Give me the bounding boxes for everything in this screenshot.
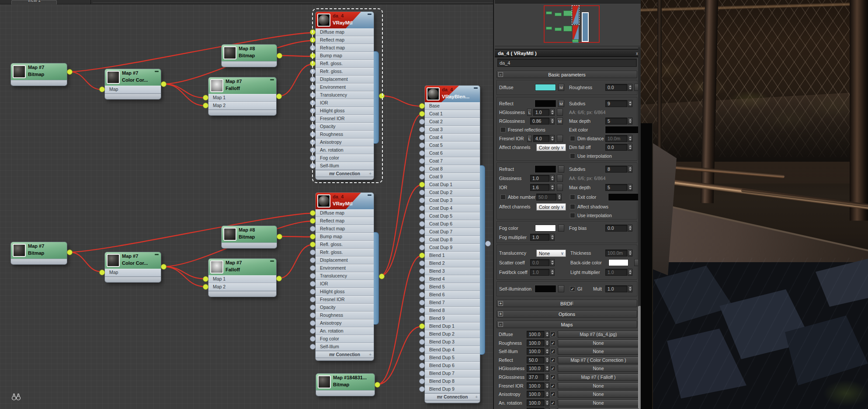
input-slot[interactable]: Blend 5: [425, 283, 480, 291]
mr-connection-slot[interactable]: mr Connection+: [425, 393, 480, 400]
input-slot[interactable]: IOR: [316, 99, 374, 107]
input-socket[interactable]: [419, 221, 425, 227]
checkbox[interactable]: [570, 213, 575, 218]
rollout-toggle-icon[interactable]: +: [498, 301, 503, 306]
output-socket[interactable]: [161, 81, 167, 87]
map-enable-checkbox[interactable]: ✓: [550, 366, 556, 371]
input-socket[interactable]: [310, 344, 316, 350]
spinner-arrows[interactable]: [628, 144, 632, 151]
expand-icon[interactable]: +: [369, 351, 372, 358]
map-enable-checkbox[interactable]: ✓: [550, 332, 556, 337]
value-spinner[interactable]: 1.0: [605, 269, 627, 276]
input-slot[interactable]: Coat Dup 3: [425, 197, 480, 204]
input-slot[interactable]: Coat 2: [425, 118, 480, 126]
value-spinner[interactable]: 100.0m: [605, 250, 627, 256]
view-tab[interactable]: View 1: [11, 0, 57, 4]
input-slot[interactable]: Hilight gloss: [316, 107, 374, 115]
input-slot[interactable]: Coat Dup 1: [425, 181, 480, 189]
checkbox[interactable]: [570, 136, 575, 141]
input-socket[interactable]: [203, 276, 208, 282]
input-socket[interactable]: [419, 363, 425, 368]
value-spinner[interactable]: 100.0: [527, 340, 544, 347]
node-view-canvas[interactable]: Map #7BitmapMap #7Color Cor...MapMap #8B…: [0, 0, 493, 409]
input-socket[interactable]: [310, 336, 316, 342]
value-spinner[interactable]: 1.6: [530, 184, 549, 191]
input-slot[interactable]: IOR: [316, 280, 374, 288]
spinner-arrows[interactable]: [550, 269, 555, 276]
connection-wire[interactable]: [377, 326, 422, 385]
map-slot-button[interactable]: None: [558, 365, 639, 372]
node-colorcorrection-2[interactable]: Map #7Color Cor...Map: [105, 252, 161, 282]
output-socket[interactable]: [276, 276, 282, 281]
checkbox[interactable]: [570, 194, 575, 200]
input-slot[interactable]: Coat 9: [425, 173, 480, 181]
spinner-arrows[interactable]: [628, 166, 632, 173]
spinner-arrows[interactable]: [545, 382, 549, 389]
map-enable-checkbox[interactable]: ✓: [550, 357, 556, 363]
color-swatch[interactable]: [608, 259, 628, 266]
node-header[interactable]: Map #8Bitmap: [222, 226, 277, 243]
color-swatch[interactable]: [535, 225, 556, 232]
input-slot[interactable]: Coat Dup 2: [425, 189, 480, 197]
rollout-basic-parameters[interactable]: Basic parameters-: [496, 71, 637, 78]
input-socket[interactable]: [419, 213, 425, 219]
output-socket[interactable]: [277, 53, 282, 59]
map-slot-button[interactable]: Map #7 (da_4.jpg): [558, 331, 639, 338]
map-slot-button[interactable]: None: [558, 340, 639, 347]
input-socket[interactable]: [419, 323, 425, 329]
input-socket[interactable]: [310, 37, 316, 43]
value-spinner[interactable]: 8: [605, 166, 627, 173]
input-socket[interactable]: [310, 320, 316, 326]
input-slot[interactable]: Blend Dup 2: [425, 330, 480, 338]
mr-connection-slot[interactable]: mr Connection+: [316, 351, 374, 358]
material-name-field[interactable]: da_4: [497, 59, 637, 67]
input-socket[interactable]: [310, 257, 316, 263]
input-slot[interactable]: Coat Dup 9: [425, 244, 480, 252]
input-socket[interactable]: [419, 378, 425, 384]
input-slot[interactable]: Coat Dup 7: [425, 228, 480, 236]
dropdown[interactable]: None∨: [536, 250, 566, 257]
input-slot[interactable]: Map: [105, 86, 161, 94]
value-spinner[interactable]: 5: [605, 118, 627, 125]
input-slot[interactable]: Translucency: [316, 272, 374, 280]
input-slot[interactable]: Anisotropy: [316, 139, 374, 146]
rollout-toggle-icon[interactable]: +: [498, 312, 503, 316]
input-socket[interactable]: [419, 190, 425, 195]
node-bitmap8-1[interactable]: Map #8Bitmap: [222, 45, 277, 67]
input-slot[interactable]: Fresnel IOR: [316, 296, 374, 304]
spinner-arrows[interactable]: [628, 184, 632, 191]
input-socket[interactable]: [419, 237, 425, 243]
spinner-arrows[interactable]: [628, 225, 632, 232]
connection-wire[interactable]: [163, 84, 205, 98]
spinner-arrows[interactable]: [628, 100, 632, 107]
input-socket[interactable]: [310, 281, 316, 287]
map-slot-button[interactable]: None: [558, 399, 639, 406]
input-slot[interactable]: Coat Dup 6: [425, 220, 480, 228]
spinner-arrows[interactable]: [545, 357, 549, 364]
input-socket[interactable]: [419, 150, 425, 156]
input-socket[interactable]: [419, 339, 425, 345]
input-socket[interactable]: [310, 92, 316, 98]
spinner-arrows[interactable]: [545, 365, 549, 372]
input-slot[interactable]: Self-Illum: [316, 162, 374, 170]
color-swatch[interactable]: [535, 166, 556, 173]
blank-button[interactable]: [558, 166, 564, 173]
input-slot[interactable]: Map 1: [208, 275, 276, 283]
spinner-arrows[interactable]: [628, 118, 632, 125]
input-socket[interactable]: [310, 312, 316, 318]
spinner-arrows[interactable]: [628, 269, 632, 276]
value-spinner[interactable]: 4.0: [533, 135, 549, 142]
input-slot[interactable]: Base: [425, 102, 480, 110]
input-slot[interactable]: Coat Dup 4: [425, 204, 480, 212]
node-header[interactable]: Map #7Color Cor...: [105, 252, 161, 269]
output-socket[interactable]: [485, 241, 491, 246]
input-slot[interactable]: Bump map: [316, 52, 374, 60]
output-socket[interactable]: [276, 94, 282, 99]
spinner-arrows[interactable]: [557, 194, 562, 201]
spinner-arrows[interactable]: [550, 175, 555, 182]
rollout-toggle-icon[interactable]: -: [498, 72, 503, 77]
node-header[interactable]: da_4VRayMtl: [316, 12, 374, 28]
checkbox[interactable]: [500, 194, 506, 200]
node-header[interactable]: Map #184831...Bitmap: [316, 374, 375, 390]
input-socket[interactable]: [419, 127, 425, 132]
